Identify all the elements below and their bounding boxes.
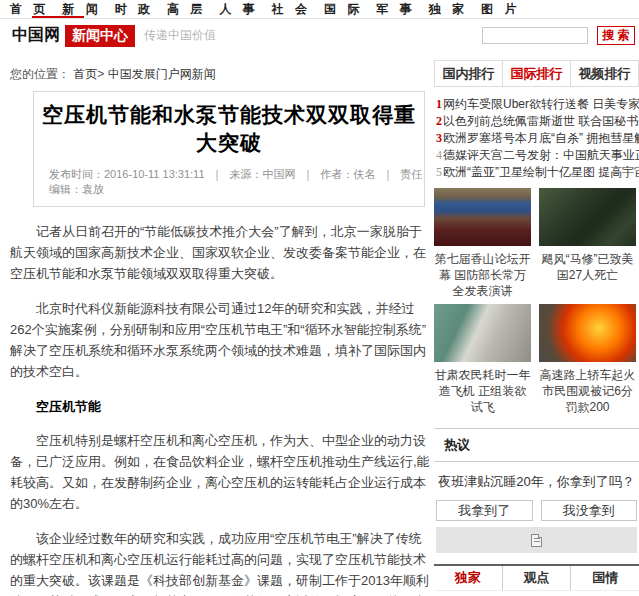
article-column: 您的位置： 首页> 中国发展门户网新闻 空压机节能和水泵节能技术双双取得重大突破… [10, 52, 430, 596]
tab-video-rank[interactable]: 视频排行 [570, 61, 638, 86]
photo-hurricane-image [539, 188, 636, 246]
photo-news-item[interactable]: 第七届香山论坛开幕 国防部长常万全发表演讲 [434, 188, 531, 299]
document-icon [531, 534, 542, 547]
search-button[interactable]: 搜 索 [597, 26, 635, 45]
photo-news-item[interactable]: 飓风“马修”已致美国27人死亡 [539, 188, 636, 299]
photo-news-grid: 第七届香山论坛开幕 国防部长常万全发表演讲 飓风“马修”已致美国27人死亡 甘肃… [434, 188, 639, 420]
vote-result-bar[interactable] [436, 527, 637, 553]
rank-list-item[interactable]: 3欧洲罗塞塔号本月底“自杀” 拥抱彗星解密内外结 [436, 130, 639, 147]
sidebar: 国内排行 国际排行 视频排行 1网约车受限Uber欲转行送餐 日美专家看好其前景… [434, 52, 639, 596]
publish-time: 发布时间：2016-10-11 13:31:11 [49, 168, 205, 180]
photo-caption: 甘肃农民耗时一年造飞机 正组装欲试飞 [434, 367, 531, 415]
nav-item-world[interactable]: 国 际 [324, 1, 363, 18]
article-subheading: 空压机节能 [10, 398, 430, 416]
rank-list-item[interactable]: 5欧洲“盖亚”卫星绘制十亿星图 提高宇宙地图“分辨 [436, 164, 639, 181]
vote-yes-button[interactable]: 我拿到了 [436, 500, 533, 521]
photo-caption: 飓风“马修”已致美国27人死亡 [539, 251, 636, 283]
rank-number: 3 [436, 131, 442, 145]
content: 您的位置： 首页> 中国发展门户网新闻 空压机节能和水泵节能技术双双取得重大突破… [0, 52, 639, 596]
search-input[interactable] [482, 27, 588, 44]
search-area: 搜 索 [482, 26, 635, 45]
article-paragraph: 北京时代科仪新能源科技有限公司通过12年的研究和实践，并经过262个实施案例，分… [10, 298, 430, 382]
rank-tabs: 国内排行 国际排行 视频排行 [434, 60, 639, 87]
rank-item-title: 以色列前总统佩雷斯逝世 联合国秘书长高度评价其 [443, 114, 639, 128]
bottom-tabs: 独家 观点 国情 [434, 564, 639, 591]
photo-caption: 高速路上轿车起火 市民围观被记6分罚款200 [539, 367, 636, 415]
article-meta: 发布时间：2016-10-11 13:31:11 ｜ 来源：中国网 ｜ 作者：伕… [34, 159, 424, 206]
rank-list-item[interactable]: 1网约车受限Uber欲转行送餐 日美专家看好其前景 [436, 96, 639, 113]
rank-item-title: 欧洲罗塞塔号本月底“自杀” 拥抱彗星解密内外结 [443, 131, 639, 145]
meta-separator: ｜ [212, 168, 223, 180]
masthead: 中国网 新闻中心 传递中国价值 搜 索 [0, 19, 639, 52]
vote-buttons: 我拿到了 我没拿到 [436, 500, 637, 521]
nav-item-pictures[interactable]: 图 片 [481, 1, 520, 18]
tab-international-rank[interactable]: 国际排行 [502, 61, 570, 86]
nav-item-personnel[interactable]: 人 事 [219, 1, 258, 18]
hot-topic-title: 热议 [434, 429, 639, 462]
rank-list-item[interactable]: 2以色列前总统佩雷斯逝世 联合国秘书长高度评价其 [436, 113, 639, 130]
rank-list: 1网约车受限Uber欲转行送餐 日美专家看好其前景 2以色列前总统佩雷斯逝世 联… [436, 96, 639, 181]
photo-forum-image [434, 188, 531, 246]
site-slogan: 传递中国价值 [144, 27, 216, 44]
rank-item-title: 德媒评天宫二号发射：中国航天事业正走向全盛阶段 [443, 148, 639, 162]
tab-domestic-rank[interactable]: 国内排行 [435, 61, 502, 86]
nav-active-underline [32, 16, 84, 18]
nav-item-exclusive[interactable]: 独 家 [429, 1, 468, 18]
nav-item-military[interactable]: 军 事 [376, 1, 415, 18]
article-paragraph: 该企业经过数年的研究和实践，成功应用“空压机节电王”解决了传统的螺杆空压机和离心… [10, 528, 430, 596]
article-author: 作者：伕名 [320, 168, 375, 180]
meta-separator: ｜ [302, 168, 313, 180]
breadcrumb-prefix: 您的位置： [10, 67, 70, 81]
breadcrumb-separator: > [97, 67, 104, 81]
tab-national[interactable]: 国情 [570, 566, 639, 590]
nav-item-politics[interactable]: 时 政 [115, 1, 154, 18]
meta-separator: ｜ [382, 168, 393, 180]
nav-item-society[interactable]: 社 会 [272, 1, 311, 18]
article-paragraph: 空压机特别是螺杆空压机和离心空压机，作为大、中型企业的动力设备，已广泛应用。例如… [10, 430, 430, 514]
nav-item-home[interactable]: 首 页 [10, 1, 49, 18]
hot-topic-question: 夜班津贴沉睡20年，你拿到了吗？ [434, 473, 639, 491]
breadcrumb-home-link[interactable]: 首页 [73, 67, 97, 81]
channel-badge[interactable]: 新闻中心 [65, 25, 135, 47]
site-logo[interactable]: 中国网 [12, 25, 60, 46]
tab-opinion[interactable]: 观点 [502, 566, 571, 590]
photo-news-item[interactable]: 甘肃农民耗时一年造飞机 正组装欲试飞 [434, 304, 531, 415]
tab-exclusive[interactable]: 独家 [434, 566, 502, 590]
rank-number: 1 [436, 97, 442, 111]
photo-caption: 第七届香山论坛开幕 国防部长常万全发表演讲 [434, 251, 531, 299]
nav-item-top-level[interactable]: 高 层 [167, 1, 206, 18]
nav-item-news[interactable]: 新 闻 [62, 1, 101, 18]
photo-news-item[interactable]: 高速路上轿车起火 市民围观被记6分罚款200 [539, 304, 636, 415]
article-paragraph: 记者从日前召开的“节能低碳技术推介大会”了解到，北京一家脱胎于航天领域的国家高新… [10, 221, 430, 284]
breadcrumb: 您的位置： 首页> 中国发展门户网新闻 [10, 66, 430, 83]
rank-number: 5 [436, 165, 442, 179]
breadcrumb-section-link[interactable]: 中国发展门户网新闻 [108, 67, 216, 81]
rank-list-item[interactable]: 4德媒评天宫二号发射：中国航天事业正走向全盛阶段 [436, 147, 639, 164]
rank-item-title: 网约车受限Uber欲转行送餐 日美专家看好其前景 [443, 97, 639, 111]
article-source: 来源：中国网 [229, 168, 295, 180]
rank-number: 4 [436, 148, 442, 162]
page-title: 空压机节能和水泵节能技术双双取得重大突破 [34, 92, 424, 159]
photo-car-fire-image [539, 304, 636, 362]
rank-number: 2 [436, 114, 442, 128]
top-nav: 首 页 新 闻 时 政 高 层 人 事 社 会 国 际 军 事 独 家 图 片 [0, 0, 639, 19]
photo-plane-image [434, 304, 531, 362]
article-title-box: 空压机节能和水泵节能技术双双取得重大突破 发布时间：2016-10-11 13:… [33, 91, 425, 207]
rank-item-title: 欧洲“盖亚”卫星绘制十亿星图 提高宇宙地图“分辨 [443, 165, 639, 179]
vote-no-button[interactable]: 我没拿到 [541, 500, 638, 521]
